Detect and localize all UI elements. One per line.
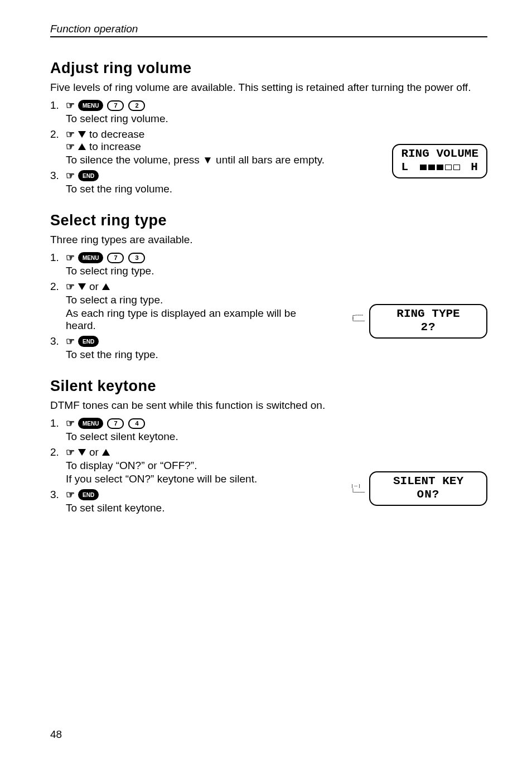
- key-7-icon: 7: [107, 100, 124, 111]
- up-arrow-icon: [78, 143, 86, 150]
- press-icon: ☞: [66, 417, 75, 429]
- rv-step3-text: To set the ring volume.: [66, 183, 487, 195]
- step-number: 1.: [50, 252, 66, 264]
- step-number: 3.: [50, 335, 66, 347]
- lcd-H: H: [471, 161, 478, 173]
- volume-bars-icon: [420, 165, 460, 170]
- intro-ring-type: Three ring types are available.: [50, 234, 487, 246]
- heading-ring-type: Select ring type: [50, 212, 487, 229]
- menu-key-icon: MENU: [78, 100, 103, 111]
- intro-silent-keytone: DTMF tones can be sent while this functi…: [50, 399, 487, 412]
- rt-step1: 1. ☞ MENU 7 3 To select ring type.: [50, 252, 487, 278]
- rv-step1: 1. ☞ MENU 7 2 To select ring volume.: [50, 99, 487, 126]
- end-key-icon: END: [78, 489, 99, 500]
- step-number: 2.: [50, 281, 66, 293]
- rv-step2a-text: to decrease: [89, 128, 144, 141]
- lcd-line2: 2?: [378, 321, 478, 334]
- end-key-icon: END: [78, 336, 99, 347]
- phone-sketch-icon: ╷╌╷└──: [350, 481, 365, 495]
- rt-step3-text: To set the ring type.: [66, 349, 487, 361]
- press-icon: ☞: [66, 99, 75, 112]
- lcd-silent-key: SILENT KEY ON?: [369, 471, 487, 506]
- step-number: 2.: [50, 128, 66, 141]
- press-icon: ☞: [66, 128, 75, 141]
- down-arrow-icon: [78, 131, 86, 138]
- menu-key-icon: MENU: [78, 418, 103, 429]
- step-number: 1.: [50, 417, 66, 429]
- lcd-ring-type: RING TYPE 2?: [369, 304, 487, 339]
- rt-step1-text: To select ring type.: [66, 265, 487, 277]
- up-arrow-icon: [102, 283, 110, 290]
- phone-sketch-icon: ┌╌╌└──: [350, 312, 365, 323]
- press-icon: ☞: [66, 489, 75, 501]
- rt-step3: 3. ☞ END To set the ring type.: [50, 335, 487, 362]
- press-icon: ☞: [66, 141, 75, 153]
- rv-step2b-text: to increase: [89, 141, 141, 153]
- running-head: Function operation: [50, 23, 138, 37]
- step-number: 1.: [50, 99, 66, 112]
- lcd-line1: RING TYPE: [378, 307, 478, 321]
- rt-step2b-text: As each ring type is displayed an exampl…: [66, 307, 306, 332]
- lcd-ring-volume: RING VOLUME L H: [392, 144, 487, 178]
- press-icon: ☞: [66, 170, 75, 182]
- sk-step1: 1. ☞ MENU 7 4 To select silent keytone.: [50, 417, 487, 444]
- sk-step2a-text: To display “ON?” or “OFF?”.: [66, 460, 487, 472]
- lcd-line1: RING VOLUME: [401, 147, 478, 161]
- press-icon: ☞: [66, 446, 75, 458]
- lcd-line2: ON?: [378, 488, 478, 501]
- step-number: 3.: [50, 170, 66, 182]
- intro-ring-volume: Five levels of ring volume are available…: [50, 81, 487, 94]
- rv-step1-text: To select ring volume.: [66, 113, 487, 125]
- key-7-icon: 7: [107, 418, 124, 429]
- sk-step1-text: To select silent keytone.: [66, 431, 487, 443]
- lcd-L: L: [401, 161, 409, 173]
- heading-ring-volume: Adjust ring volume: [50, 60, 487, 77]
- down-arrow-icon: [78, 449, 86, 456]
- or-text: or: [89, 281, 99, 293]
- end-key-icon: END: [78, 170, 99, 181]
- step-number: 3.: [50, 489, 66, 501]
- menu-key-icon: MENU: [78, 252, 103, 263]
- key-4-icon: 4: [128, 418, 145, 429]
- press-icon: ☞: [66, 335, 75, 347]
- page-number: 48: [50, 728, 62, 741]
- press-icon: ☞: [66, 252, 75, 264]
- press-icon: ☞: [66, 281, 75, 293]
- down-arrow-icon: [78, 283, 86, 290]
- step-number: 2.: [50, 446, 66, 458]
- key-2-icon: 2: [128, 100, 145, 111]
- lcd-line1: SILENT KEY: [378, 475, 478, 488]
- key-7-icon: 7: [107, 253, 124, 263]
- or-text: or: [89, 446, 99, 458]
- heading-silent-keytone: Silent keytone: [50, 378, 487, 395]
- key-3-icon: 3: [128, 253, 145, 263]
- up-arrow-icon: [102, 449, 110, 456]
